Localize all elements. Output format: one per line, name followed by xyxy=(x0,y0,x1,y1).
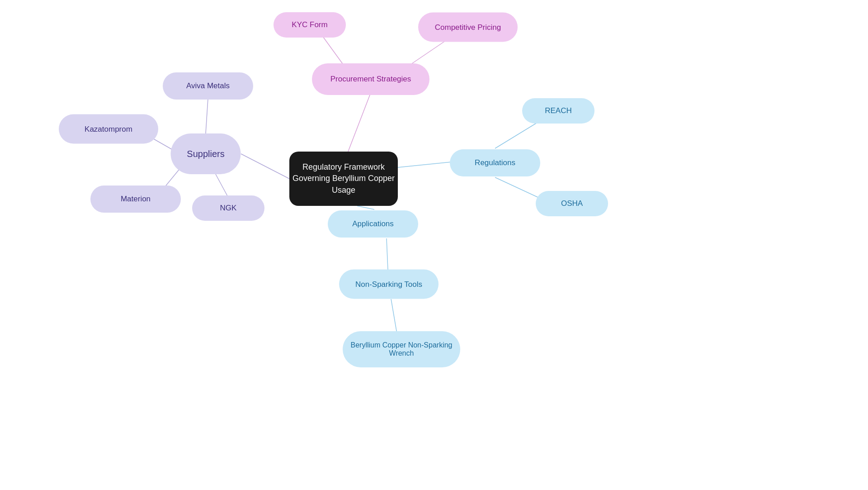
svg-line-4 xyxy=(216,174,227,196)
osha-node[interactable]: OSHA xyxy=(536,191,608,216)
svg-line-0 xyxy=(241,154,289,179)
svg-line-1 xyxy=(206,99,208,133)
svg-line-11 xyxy=(357,206,374,209)
center-node[interactable]: Regulatory Framework Governing Beryllium… xyxy=(289,152,398,206)
suppliers-node[interactable]: Suppliers xyxy=(171,133,241,174)
svg-line-6 xyxy=(323,37,345,67)
procurement-strategies-node[interactable]: Procurement Strategies xyxy=(312,63,429,95)
kyc-form-node[interactable]: KYC Form xyxy=(274,12,346,38)
svg-line-12 xyxy=(387,238,388,270)
competitive-pricing-node[interactable]: Competitive Pricing xyxy=(418,13,518,42)
svg-line-5 xyxy=(348,93,371,152)
svg-line-7 xyxy=(407,39,448,67)
non-sparking-tools-node[interactable]: Non-Sparking Tools xyxy=(339,270,439,299)
svg-line-8 xyxy=(398,162,451,167)
applications-node[interactable]: Applications xyxy=(328,210,418,238)
svg-line-13 xyxy=(391,299,397,333)
kazatomprom-node[interactable]: Kazatomprom xyxy=(59,114,158,144)
connection-lines xyxy=(0,0,868,490)
svg-line-9 xyxy=(495,122,538,148)
reach-node[interactable]: REACH xyxy=(522,98,594,124)
ngk-node[interactable]: NGK xyxy=(192,195,264,221)
beryllium-copper-wrench-node[interactable]: Beryllium Copper Non-Sparking Wrench xyxy=(343,331,460,367)
aviva-metals-node[interactable]: Aviva Metals xyxy=(163,72,253,100)
materion-node[interactable]: Materion xyxy=(90,186,181,213)
regulations-node[interactable]: Regulations xyxy=(450,149,540,176)
